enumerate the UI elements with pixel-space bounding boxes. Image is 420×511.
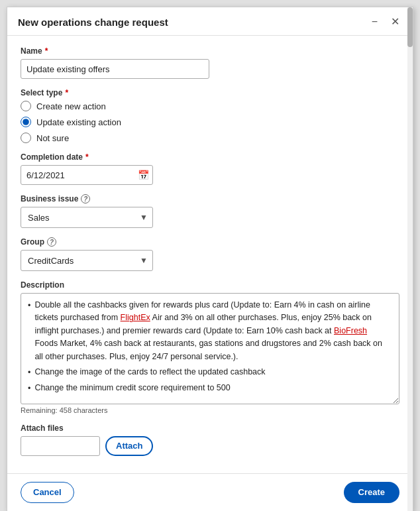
description-text-2: Change the image of the cards to reflect…	[34, 366, 265, 379]
radio-notsure-input[interactable]	[21, 133, 31, 143]
minimize-button[interactable]: −	[369, 15, 380, 28]
completion-date-label: Completion date *	[21, 152, 399, 162]
business-issue-group: Business issue ? Sales Marketing Operati…	[21, 194, 399, 228]
description-bullet-2: • Change the image of the cards to refle…	[28, 366, 392, 379]
remaining-chars: Remaining: 458 characters	[21, 406, 399, 414]
date-input[interactable]	[21, 165, 153, 185]
group-select[interactable]: CreditCards Mortgages Loans Investments	[21, 250, 153, 271]
header-controls: − ✕	[369, 15, 402, 28]
business-issue-help-icon[interactable]: ?	[81, 194, 90, 203]
modal-header: New operations change request − ✕	[7, 7, 413, 36]
modal-title: New operations change request	[18, 17, 168, 28]
select-type-required-star: *	[65, 88, 68, 97]
modal-footer: Cancel Create	[7, 473, 413, 511]
bullet-dot-1: •	[28, 300, 30, 363]
close-button[interactable]: ✕	[388, 15, 402, 28]
attach-files-label: Attach files	[21, 424, 399, 433]
radio-not-sure[interactable]: Not sure	[21, 133, 399, 143]
description-label: Description	[21, 280, 399, 290]
business-issue-select-wrapper: Sales Marketing Operations Finance ▼	[21, 207, 153, 228]
radio-group: Create new action Update existing action…	[21, 101, 399, 143]
business-issue-label: Business issue ?	[21, 194, 399, 203]
select-type-label: Select type *	[21, 88, 399, 97]
radio-create-input[interactable]	[21, 101, 31, 111]
bullet-dot-2: •	[28, 367, 30, 379]
radio-update-label: Update existing action	[36, 117, 121, 127]
modal-body: Name * Select type * Create new action U…	[7, 36, 413, 473]
flightex-link: FlightEx	[121, 313, 150, 322]
attach-input[interactable]	[21, 436, 100, 456]
bullet-dot-3: •	[28, 382, 30, 395]
modal-container: New operations change request − ✕ Name *…	[7, 7, 413, 511]
biofresh-link: BioFresh	[334, 326, 367, 335]
group-select-wrapper: CreditCards Mortgages Loans Investments …	[21, 250, 153, 271]
name-input[interactable]	[21, 59, 209, 79]
attach-row: Attach	[21, 436, 399, 456]
select-type-group: Select type * Create new action Update e…	[21, 88, 399, 143]
radio-create-new-action[interactable]: Create new action	[21, 101, 399, 111]
name-label: Name *	[21, 46, 399, 56]
description-textarea[interactable]: • Double all the cashbacks given for rew…	[21, 293, 399, 404]
description-text-1: Double all the cashbacks given for rewar…	[34, 299, 392, 363]
description-content: • Double all the cashbacks given for rew…	[28, 299, 392, 396]
radio-update-input[interactable]	[21, 117, 31, 127]
group-field-group: Group ? CreditCards Mortgages Loans Inve…	[21, 237, 399, 271]
date-input-wrapper: 📅	[21, 165, 153, 185]
description-text-3: Change the minimum credit score requirem…	[34, 382, 230, 395]
name-required-star: *	[45, 46, 48, 56]
description-bullet-1: • Double all the cashbacks given for rew…	[28, 299, 392, 363]
scrollbar-thumb[interactable]	[407, 7, 413, 47]
radio-notsure-label: Not sure	[36, 133, 69, 143]
radio-update-existing-action[interactable]: Update existing action	[21, 117, 399, 127]
create-button[interactable]: Create	[344, 482, 399, 503]
group-label: Group ?	[21, 237, 399, 247]
attach-button[interactable]: Attach	[105, 436, 153, 456]
cancel-button[interactable]: Cancel	[21, 482, 74, 503]
business-issue-select[interactable]: Sales Marketing Operations Finance	[21, 207, 153, 228]
group-help-icon[interactable]: ?	[47, 237, 56, 247]
completion-date-required-star: *	[85, 152, 89, 162]
description-bullet-3: • Change the minimum credit score requir…	[28, 382, 392, 395]
description-group: Description • Double all the cashbacks g…	[21, 280, 399, 414]
radio-create-label: Create new action	[36, 101, 106, 111]
completion-date-group: Completion date * 📅	[21, 152, 399, 185]
attach-files-section: Attach files Attach	[21, 424, 399, 456]
scrollbar-track[interactable]	[407, 7, 413, 511]
name-field-group: Name *	[21, 46, 399, 79]
